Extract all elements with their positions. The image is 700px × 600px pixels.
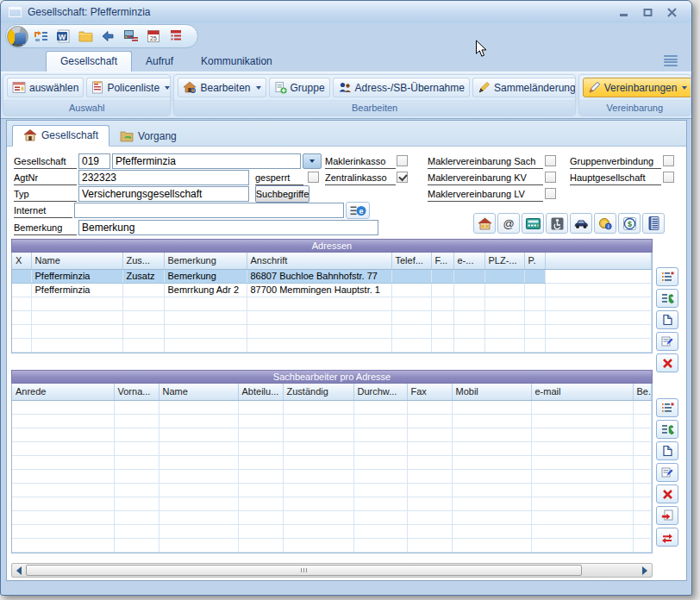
ledger-icon[interactable] (642, 213, 665, 234)
quick-access-toolbar: W 25 (1, 23, 691, 49)
table-row[interactable] (12, 538, 652, 552)
svg-text:25: 25 (150, 35, 157, 41)
table-row[interactable] (12, 469, 652, 483)
table-row[interactable] (12, 310, 652, 324)
sachbearbeiter-table[interactable]: Anrede Vorna... Name Abteilu... Zuständi… (11, 384, 653, 553)
adressen-table[interactable]: X Name Zus... Bemerkung Anschrift Telef.… (11, 253, 653, 353)
scrollbar-thumb[interactable] (26, 565, 582, 576)
menu-icon[interactable] (664, 55, 678, 66)
bemerkung-field[interactable] (78, 220, 378, 235)
tab-gesellschaft[interactable]: Gesellschaft (12, 125, 109, 147)
new-record-icon[interactable] (656, 441, 678, 460)
internet-field[interactable] (74, 203, 344, 218)
table-row[interactable] (12, 324, 652, 338)
phone-list-icon[interactable] (656, 420, 678, 439)
task-list-icon[interactable] (166, 27, 185, 46)
calendar-icon[interactable]: 25 (143, 27, 163, 46)
mv-sach-checkbox[interactable] (545, 155, 556, 166)
table-row[interactable] (12, 297, 652, 310)
close-icon[interactable] (665, 7, 678, 18)
table-row[interactable] (12, 400, 652, 414)
house-edit-icon (183, 81, 197, 94)
app-logo-button[interactable] (7, 26, 28, 47)
table-row[interactable] (12, 510, 652, 524)
table-row[interactable] (12, 428, 652, 441)
edit-record-icon[interactable] (656, 332, 678, 351)
people-icon (338, 81, 352, 94)
content-panel: Gesellschaft Vorgang Gesellschaft AgtNr … (6, 120, 687, 581)
policenliste-button[interactable]: Policenliste (86, 78, 171, 97)
house-icon[interactable] (473, 213, 496, 234)
hauptgesellschaft-label: Hauptgesellschaft (570, 172, 661, 185)
internet-list-icon[interactable]: e (346, 202, 370, 219)
adress-sb-uebernahme-button[interactable]: Adress-/SB-Übernahme (333, 78, 470, 97)
horizontal-scrollbar[interactable] (11, 563, 653, 578)
ribbon-tab-kommunikation[interactable]: Kommunikation (187, 52, 286, 72)
adressen-header: Adressen (11, 239, 653, 253)
import-icon[interactable] (656, 506, 678, 525)
table-row[interactable] (12, 338, 652, 352)
typ-field[interactable] (78, 186, 249, 202)
phone-list-icon[interactable] (656, 289, 678, 308)
tab-vorgang[interactable]: Vorgang (109, 127, 187, 147)
adressen-side-buttons (656, 267, 678, 372)
gesellschaft-code-field[interactable] (78, 153, 110, 169)
gruppenverbindung-checkbox[interactable] (663, 155, 674, 166)
gesperrt-label: gesperrt (255, 172, 303, 185)
scroll-right-icon[interactable] (638, 564, 652, 577)
new-record-icon[interactable] (656, 310, 678, 329)
table-row[interactable] (12, 455, 652, 469)
select-list-icon[interactable] (656, 398, 678, 417)
gesellschaft-label: Gesellschaft (14, 156, 77, 169)
table-row[interactable] (12, 524, 652, 538)
agtnr-field[interactable] (78, 170, 249, 185)
report-icon[interactable] (121, 27, 141, 46)
bearbeiten-button[interactable]: Bearbeiten (178, 78, 266, 97)
mv-kv-checkbox[interactable] (545, 172, 556, 183)
swap-icon[interactable] (656, 528, 678, 547)
ribbon-group-label-vereinbarung: Vereinbarung (579, 100, 691, 116)
table-row[interactable] (12, 483, 652, 497)
coins-icon[interactable]: i (594, 213, 616, 234)
back-arrow-icon[interactable] (98, 27, 118, 46)
suchbegriffe-button[interactable]: Suchbegriffe (255, 185, 309, 203)
gruppe-button[interactable]: Gruppe (269, 78, 330, 97)
org-structure-icon[interactable] (31, 27, 51, 46)
gesellschaft-name-field[interactable] (112, 153, 301, 169)
sachbearbeiter-header: Sachbearbeiter pro Adresse (11, 370, 653, 384)
car-icon[interactable] (570, 213, 592, 234)
gesperrt-checkbox[interactable] (308, 172, 319, 183)
accessibility-icon[interactable] (546, 213, 568, 234)
hauptgesellschaft-checkbox[interactable] (663, 172, 674, 183)
select-list-icon[interactable] (656, 267, 678, 286)
table-row[interactable] (12, 441, 652, 455)
sachbearbeiter-section: Sachbearbeiter pro Adresse Anrede Vorna.… (11, 370, 653, 553)
ribbon-tab-gesellschaft[interactable]: Gesellschaft (46, 51, 132, 72)
sammelaenderung-button[interactable]: Sammeländerung (472, 78, 576, 97)
table-row[interactable] (12, 497, 652, 510)
table-row[interactable] (12, 414, 652, 428)
table-row[interactable]: Pfefferminzia Bemrrkung Adr 2 87700 Memm… (12, 283, 652, 297)
folder-icon[interactable] (76, 27, 96, 46)
word-icon[interactable]: W (53, 27, 73, 46)
minimize-icon[interactable] (616, 7, 630, 18)
delete-icon[interactable] (656, 353, 678, 372)
zentralinkasso-checkbox[interactable] (397, 172, 408, 183)
maklerinkasso-checkbox[interactable] (397, 155, 408, 166)
table-row[interactable]: Pfefferminzia Zusatz Bemerkung 86807 Buc… (12, 269, 652, 283)
scroll-left-icon[interactable] (12, 564, 26, 577)
vereinbarungen-button[interactable]: Vereinbarungen (583, 78, 691, 97)
calculator-icon[interactable] (522, 213, 544, 234)
ribbon-tab-aufruf[interactable]: Aufruf (132, 52, 187, 72)
restore-icon[interactable] (641, 7, 654, 18)
at-icon[interactable]: @ (497, 213, 520, 234)
gesellschaft-dropdown-button[interactable] (303, 153, 322, 169)
dollar-icon[interactable]: $ (618, 213, 641, 234)
edit-record-icon[interactable] (656, 463, 678, 482)
auswaehlen-button[interactable]: auswählen (7, 78, 84, 97)
app-window: Gesellschaft: Pfefferminzia W (0, 0, 692, 596)
ribbon-group-label-auswahl: Auswahl (3, 100, 170, 116)
mv-lv-checkbox[interactable] (545, 188, 556, 199)
delete-icon[interactable] (656, 484, 678, 503)
select-list-icon (12, 81, 26, 94)
